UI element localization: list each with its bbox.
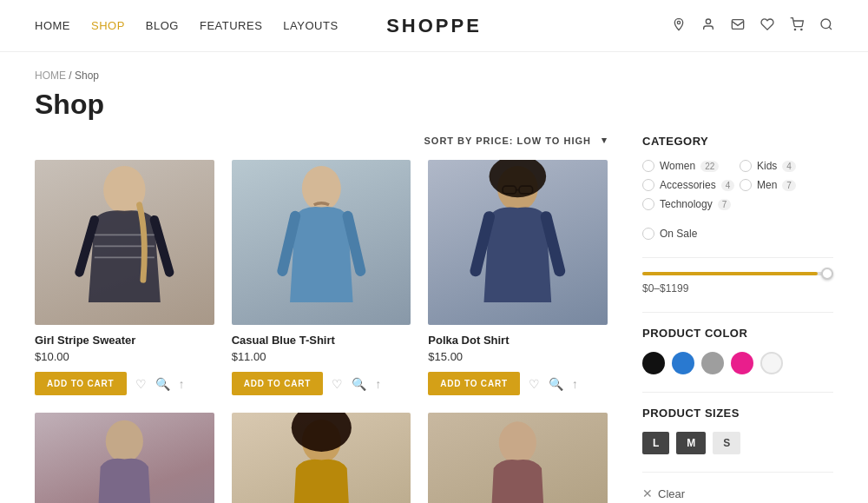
color-swatch-black[interactable] [642, 352, 665, 374]
product-card: Polka Dot Shirt $15.00 ADD TO CART ♡ 🔍 ↑ [428, 160, 608, 395]
mail-icon[interactable] [731, 17, 745, 35]
cat-count-accessories: 4 [721, 180, 735, 191]
heart-icon[interactable] [760, 17, 774, 35]
user-icon[interactable] [701, 17, 715, 35]
share-icon[interactable]: ↑ [572, 377, 578, 391]
radio-women[interactable] [642, 160, 654, 172]
radio-technology[interactable] [642, 198, 654, 210]
price-range-text: $0–$1199 [642, 282, 833, 295]
product-grid: Girl Stripe Sweater $10.00 ADD TO CART ♡… [35, 160, 608, 503]
product-image[interactable] [35, 413, 214, 503]
location-icon[interactable] [672, 17, 686, 35]
share-icon[interactable]: ↑ [375, 377, 381, 391]
wishlist-icon[interactable]: ♡ [135, 377, 147, 391]
sidebar-divider [642, 257, 833, 258]
cat-label-accessories: Accessories [660, 179, 716, 191]
on-sale-label: On Sale [660, 228, 697, 240]
category-item-technology[interactable]: Technology 7 [642, 198, 736, 210]
nav-shop[interactable]: SHOP [91, 19, 125, 32]
product-actions: ADD TO CART ♡ 🔍 ↑ [428, 372, 608, 395]
radio-men[interactable] [740, 179, 752, 191]
cat-count-men: 7 [782, 180, 796, 191]
product-image[interactable] [232, 160, 411, 325]
search-icon[interactable] [819, 17, 833, 35]
color-swatch-pink[interactable] [731, 352, 753, 374]
color-swatches [642, 352, 833, 374]
category-item-kids[interactable]: Kids 4 [740, 160, 833, 172]
wishlist-icon[interactable]: ♡ [529, 377, 540, 391]
breadcrumb-separator: / [69, 69, 75, 82]
product-card [232, 413, 411, 503]
category-item-women[interactable]: Women 22 [642, 160, 736, 172]
nav-features[interactable]: FEATURES [200, 19, 262, 32]
share-icon[interactable]: ↑ [179, 377, 185, 391]
cat-label-women: Women [660, 160, 695, 172]
clear-label: Clear [658, 487, 685, 500]
product-image[interactable] [232, 413, 411, 503]
radio-accessories[interactable] [642, 179, 654, 191]
category-grid: Women 22 Kids 4 Accessories 4 Men 7 Tech [642, 160, 833, 210]
product-actions: ADD TO CART ♡ 🔍 ↑ [35, 372, 214, 395]
size-buttons: L M S [642, 432, 833, 454]
breadcrumb-current: Shop [75, 69, 99, 82]
svg-point-4 [821, 19, 831, 29]
sort-chevron-icon: ▾ [602, 135, 608, 146]
product-image[interactable] [428, 413, 608, 503]
product-name: Polka Dot Shirt [428, 334, 608, 347]
size-button-l[interactable]: L [642, 432, 669, 454]
sidebar-divider-3 [642, 392, 833, 393]
cat-label-men: Men [757, 179, 777, 191]
cat-count-kids: 4 [782, 161, 796, 172]
size-button-s[interactable]: S [713, 432, 740, 454]
product-image[interactable] [35, 160, 214, 325]
add-to-cart-button[interactable]: ADD TO CART [232, 372, 324, 395]
radio-kids[interactable] [740, 160, 752, 172]
main-layout: SORT BY PRICE: LOW TO HIGH ▾ [0, 135, 868, 503]
color-swatch-blue[interactable] [672, 352, 694, 374]
sort-bar: SORT BY PRICE: LOW TO HIGH ▾ [35, 135, 608, 146]
color-title: Product Color [642, 327, 833, 340]
product-price: $11.00 [232, 350, 411, 363]
size-title: Product Sizes [642, 407, 833, 420]
wishlist-icon[interactable]: ♡ [332, 377, 343, 391]
radio-on-sale[interactable] [642, 228, 654, 240]
color-section: Product Color [642, 327, 833, 374]
size-button-m[interactable]: M [676, 432, 706, 454]
sidebar: Category Women 22 Kids 4 Accessories 4 M… [642, 135, 833, 503]
sort-selector[interactable]: SORT BY PRICE: LOW TO HIGH ▾ [424, 135, 608, 146]
price-slider-track[interactable] [642, 272, 833, 275]
clear-button[interactable]: ✕ Clear [642, 486, 685, 500]
price-slider-fill [642, 272, 818, 275]
nav-layouts[interactable]: LAYOUTS [283, 19, 338, 32]
product-actions: ADD TO CART ♡ 🔍 ↑ [232, 372, 411, 395]
breadcrumb-home[interactable]: HOME [35, 69, 66, 82]
price-slider-thumb[interactable] [821, 268, 833, 280]
zoom-icon[interactable]: 🔍 [155, 377, 170, 391]
breadcrumb: HOME / Shop [0, 52, 868, 89]
zoom-icon[interactable]: 🔍 [549, 377, 563, 391]
site-logo[interactable]: SHOPPE [386, 15, 482, 37]
add-to-cart-button[interactable]: ADD TO CART [428, 372, 520, 395]
product-price: $10.00 [35, 350, 214, 363]
nav-blog[interactable]: BLOG [146, 19, 179, 32]
size-section: Product Sizes L M S [642, 407, 833, 454]
product-name: Casual Blue T-Shirt [232, 334, 411, 347]
cart-icon[interactable] [790, 17, 804, 35]
page-title: Shop [0, 89, 868, 135]
product-card [428, 413, 608, 503]
sort-label: SORT BY PRICE: LOW TO HIGH [424, 136, 591, 146]
main-nav: HOME SHOP BLOG FEATURES LAYOUTS [35, 19, 339, 32]
category-item-men[interactable]: Men 7 [740, 179, 833, 191]
category-item-accessories[interactable]: Accessories 4 [642, 179, 736, 191]
zoom-icon[interactable]: 🔍 [352, 377, 366, 391]
nav-home[interactable]: HOME [35, 19, 70, 32]
add-to-cart-button[interactable]: ADD TO CART [35, 372, 127, 395]
product-card [35, 413, 214, 503]
color-swatch-white[interactable] [760, 352, 783, 374]
svg-point-16 [499, 421, 536, 463]
svg-rect-1 [732, 19, 743, 29]
color-swatch-gray[interactable] [701, 352, 724, 374]
product-image[interactable] [428, 160, 608, 325]
on-sale-row[interactable]: On Sale [642, 228, 833, 240]
product-card: Casual Blue T-Shirt $11.00 ADD TO CART ♡… [232, 160, 411, 395]
